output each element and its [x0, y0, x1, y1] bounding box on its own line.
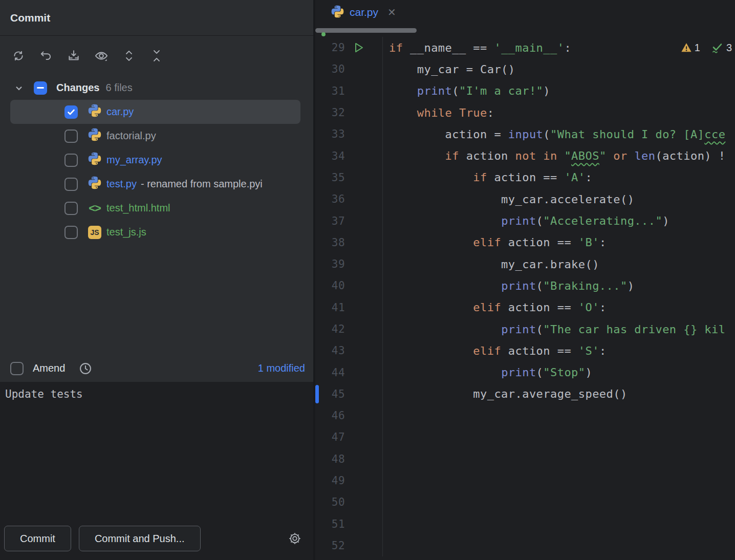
code-line[interactable]: 49: [315, 470, 735, 491]
gear-icon[interactable]: [288, 531, 302, 546]
code-line[interactable]: 38 elif action == 'B':: [315, 232, 735, 253]
refresh-icon[interactable]: [11, 49, 26, 63]
collapse-all-icon[interactable]: [149, 49, 164, 63]
code-text[interactable]: my_car.brake(): [382, 253, 735, 275]
line-number[interactable]: 44: [322, 367, 345, 379]
code-text[interactable]: [382, 448, 735, 470]
changes-group-checkbox[interactable]: [34, 81, 47, 95]
code-text[interactable]: my_car.average_speed(): [382, 383, 735, 405]
code-text[interactable]: [382, 491, 735, 513]
shelve-icon[interactable]: [67, 49, 81, 63]
code-line[interactable]: 40 print("Braking..."): [315, 275, 735, 296]
commit-button[interactable]: Commit: [4, 526, 71, 551]
code-text[interactable]: my_car.accelerate(): [382, 188, 735, 210]
code-line[interactable]: 29if __name__ == '__main__':: [315, 37, 735, 58]
tab-car-py[interactable]: car.py ✕: [315, 0, 402, 25]
line-number[interactable]: 37: [322, 215, 345, 227]
code-text[interactable]: [382, 426, 735, 448]
view-options-icon[interactable]: [94, 49, 109, 63]
run-gutter-slot[interactable]: [345, 37, 382, 58]
line-number[interactable]: 42: [322, 323, 345, 335]
code-line[interactable]: 36 my_car.accelerate(): [315, 188, 735, 210]
code-text[interactable]: [382, 513, 735, 535]
amend-checkbox[interactable]: [10, 362, 24, 375]
file-row-test_js.js[interactable]: JStest_js.js: [10, 220, 300, 244]
code-line[interactable]: 33 action = input("What should I do? [A]…: [315, 123, 735, 145]
history-clock-icon[interactable]: [78, 361, 93, 376]
code-text[interactable]: [382, 470, 735, 491]
code-text[interactable]: elif action == 'O':: [382, 297, 735, 318]
code-line[interactable]: 41 elif action == 'O':: [315, 297, 735, 318]
commit-and-push-button[interactable]: Commit and Push...: [79, 526, 201, 551]
modified-files-link[interactable]: 1 modified: [258, 362, 305, 374]
code-line[interactable]: 44 print("Stop"): [315, 361, 735, 383]
line-number[interactable]: 32: [322, 106, 345, 119]
code-text[interactable]: elif action == 'S':: [382, 340, 735, 361]
file-checkbox[interactable]: [64, 130, 78, 143]
line-number[interactable]: 30: [322, 63, 345, 75]
file-row-test.py[interactable]: test.py- renamed from sample.pyi: [10, 172, 300, 196]
code-text[interactable]: if __name__ == '__main__':: [382, 37, 735, 58]
code-line[interactable]: 47: [315, 426, 735, 448]
expand-all-icon[interactable]: [122, 49, 136, 63]
changed-line-marker[interactable]: [315, 383, 322, 405]
code-text[interactable]: elif action == 'B':: [382, 232, 735, 253]
line-number[interactable]: 51: [322, 518, 345, 530]
file-checkbox[interactable]: [64, 105, 78, 119]
code-line[interactable]: 34 if action not in "ABOS" or len(action…: [315, 145, 735, 166]
code-text[interactable]: my_car = Car(): [382, 58, 735, 80]
code-line[interactable]: 31 print("I'm a car!"): [315, 80, 735, 102]
close-icon[interactable]: ✕: [387, 6, 396, 18]
file-row-factorial.py[interactable]: factorial.py: [10, 124, 300, 148]
line-number[interactable]: 46: [322, 410, 345, 422]
line-number[interactable]: 40: [322, 279, 345, 292]
line-number[interactable]: 34: [322, 150, 345, 162]
changes-group-row[interactable]: Changes 6 files: [0, 76, 313, 100]
code-line[interactable]: 35 if action == 'A':: [315, 167, 735, 188]
code-text[interactable]: while True:: [382, 102, 735, 123]
code-line[interactable]: 30 my_car = Car(): [315, 58, 735, 80]
line-number[interactable]: 52: [322, 540, 345, 552]
code-line[interactable]: 42 print("The car has driven {} kil: [315, 318, 735, 340]
line-number[interactable]: 38: [322, 236, 345, 249]
run-icon[interactable]: [352, 41, 365, 54]
file-row-car.py[interactable]: car.py: [10, 100, 300, 124]
line-number[interactable]: 41: [322, 301, 345, 314]
line-number[interactable]: 31: [322, 85, 345, 97]
line-number[interactable]: 39: [322, 258, 345, 270]
code-line[interactable]: 51: [315, 513, 735, 535]
tab-scrollbar-thumb[interactable]: [315, 28, 417, 33]
code-line[interactable]: 46: [315, 405, 735, 426]
code-text[interactable]: action = input("What should I do? [A]cce: [382, 123, 735, 145]
line-number[interactable]: 43: [322, 344, 345, 357]
code-text[interactable]: print("Braking..."): [382, 275, 735, 296]
code-text[interactable]: [382, 405, 735, 426]
code-line[interactable]: 39 my_car.brake(): [315, 253, 735, 275]
chevron-down-icon[interactable]: [14, 83, 24, 93]
file-checkbox[interactable]: [64, 202, 78, 215]
code-line[interactable]: 50: [315, 491, 735, 513]
line-number[interactable]: 36: [322, 193, 345, 205]
code-text[interactable]: print("The car has driven {} kil: [382, 318, 735, 340]
code-text[interactable]: if action not in "ABOS" or len(action) !: [382, 145, 735, 166]
file-row-my_array.py[interactable]: my_array.py: [10, 148, 300, 172]
code-line[interactable]: 32 while True:: [315, 102, 735, 123]
line-number[interactable]: 47: [322, 431, 345, 443]
code-line[interactable]: 43 elif action == 'S':: [315, 340, 735, 361]
line-number[interactable]: 29: [322, 41, 345, 54]
line-number[interactable]: 45: [322, 388, 345, 400]
line-number[interactable]: 48: [322, 453, 345, 465]
code-text[interactable]: [382, 535, 735, 556]
code-line[interactable]: 48: [315, 448, 735, 470]
file-checkbox[interactable]: [64, 154, 78, 167]
file-row-test_html.html[interactable]: <>test_html.html: [10, 196, 300, 220]
file-checkbox[interactable]: [64, 178, 78, 191]
code-line[interactable]: 45 my_car.average_speed(): [315, 383, 735, 405]
code-editor[interactable]: car.py ✕ 1 3 29if __name__ == '__main__'…: [315, 0, 735, 560]
line-number[interactable]: 49: [322, 475, 345, 487]
code-text[interactable]: print("Accelerating..."): [382, 210, 735, 231]
code-line[interactable]: 37 print("Accelerating..."): [315, 210, 735, 231]
line-number[interactable]: 33: [322, 128, 345, 140]
rollback-icon[interactable]: [39, 49, 53, 63]
line-number[interactable]: 50: [322, 496, 345, 508]
